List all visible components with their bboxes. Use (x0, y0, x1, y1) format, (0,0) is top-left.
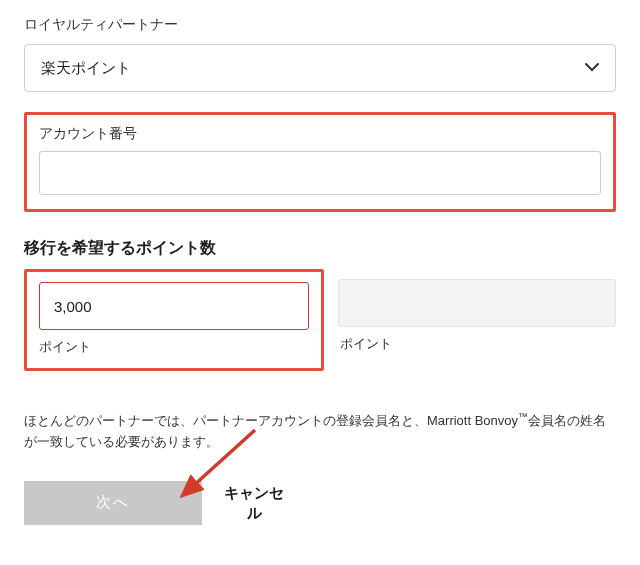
points-source-highlight: ポイント (24, 269, 324, 371)
points-source-input[interactable] (39, 282, 309, 330)
disclaimer-text: ほとんどのパートナーでは、パートナーアカウントの登録会員名と、Marriott … (24, 409, 616, 453)
points-target-unit: ポイント (338, 335, 616, 353)
loyalty-partner-selected-value: 楽天ポイント (41, 59, 131, 78)
loyalty-partner-label: ロイヤルティパートナー (24, 16, 616, 34)
points-transfer-heading: 移行を希望するポイント数 (24, 238, 616, 259)
next-button[interactable]: 次へ (24, 481, 202, 525)
points-source-unit: ポイント (39, 338, 309, 356)
points-target-input (338, 279, 616, 327)
account-number-highlight: アカウント番号 (24, 112, 616, 212)
cancel-button[interactable]: キャンセル (224, 483, 284, 522)
loyalty-partner-field: ロイヤルティパートナー 楽天ポイント (24, 16, 616, 92)
loyalty-partner-select[interactable]: 楽天ポイント (24, 44, 616, 92)
button-row: 次へ キャンセル (24, 481, 616, 525)
account-number-label: アカウント番号 (39, 125, 601, 143)
chevron-down-icon (585, 61, 599, 75)
points-transfer-row: ポイント ポイント (24, 269, 616, 371)
account-number-input[interactable] (39, 151, 601, 195)
